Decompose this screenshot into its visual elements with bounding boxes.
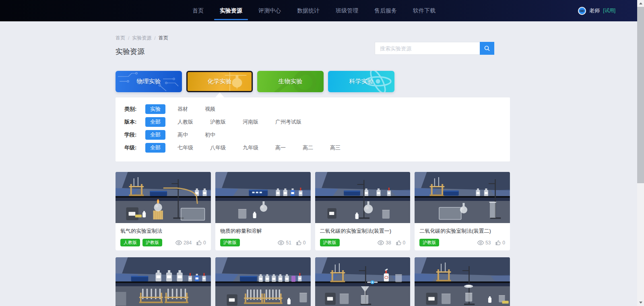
breadcrumb-item[interactable]: 实验资源: [132, 35, 151, 41]
experiment-card[interactable]: 二氧化碳的实验室制法(装置一)沪教版380: [315, 172, 411, 250]
thumbs-up-icon: [495, 240, 501, 245]
card-stats: 530: [477, 240, 505, 246]
experiment-title: 物质的称量和溶解: [220, 228, 306, 234]
filter-option[interactable]: 视频: [200, 104, 220, 114]
filter-label: 版本:: [124, 118, 145, 126]
category-tab-physics[interactable]: 物理实验: [116, 71, 182, 92]
search-icon: [484, 45, 490, 52]
filter-panel: 类别:实验器材视频版本:全部人教版沪教版河南版广州考试版学段:全部高中初中年级:…: [116, 97, 510, 161]
experiment-card-partial[interactable]: [215, 257, 311, 306]
filter-option[interactable]: 高三: [325, 143, 345, 153]
page-content: 首页/实验资源/首页 实验资源 物理实验化学实验生物实验科学实验 类别:实验器材…: [116, 21, 510, 306]
like-count-value: 0: [203, 240, 206, 246]
filter-option[interactable]: 实验: [145, 104, 165, 114]
filter-label: 年级:: [124, 144, 145, 151]
breadcrumb-item[interactable]: 首页: [116, 35, 125, 41]
filter-option[interactable]: 高中: [173, 130, 193, 140]
scrollbar-thumb[interactable]: [637, 7, 644, 183]
filter-option[interactable]: 七年级: [173, 143, 198, 153]
user-name: 老师: [589, 7, 600, 14]
breadcrumb-item[interactable]: 首页: [159, 35, 168, 41]
card-body: 二氧化碳的实验室制法(装置二)沪教版530: [415, 223, 510, 250]
scrollbar-down-button[interactable]: [637, 299, 644, 306]
nav-item-data-statistics[interactable]: 数据统计: [291, 0, 326, 21]
breadcrumb-separator: /: [154, 35, 155, 41]
filter-label: 学段:: [124, 131, 145, 139]
experiment-card[interactable]: 物质的称量和溶解沪教版510: [215, 172, 311, 250]
experiment-title: 二氧化碳的实验室制法(装置二): [419, 228, 505, 234]
category-tab-biology[interactable]: 生物实验: [257, 71, 324, 92]
card-footer: 沪教版530: [419, 239, 505, 246]
category-tab-chemistry[interactable]: 化学实验: [186, 71, 253, 92]
experiment-thumbnail: [415, 172, 510, 223]
search-button[interactable]: [480, 42, 494, 55]
like-count: 0: [495, 240, 505, 246]
experiment-card-partial[interactable]: [116, 257, 211, 306]
filter-option[interactable]: 全部: [145, 117, 165, 127]
filter-option[interactable]: 沪教版: [205, 117, 231, 127]
nav-item-evaluation-center[interactable]: 评测中心: [252, 0, 287, 21]
filter-option[interactable]: 九年级: [238, 143, 263, 153]
tag-list: 沪教版: [419, 239, 439, 246]
nav-item-label: 班级管理: [336, 7, 358, 14]
version-tag: 人教版: [120, 239, 140, 246]
experiment-card[interactable]: 氧气的实验室制法人教版沪教版2840: [116, 172, 211, 250]
eye-icon: [378, 240, 384, 245]
filter-option[interactable]: 人教版: [173, 117, 198, 127]
thumbs-up-icon: [196, 240, 202, 245]
category-tab-label: 化学实验: [208, 78, 232, 85]
eye-icon: [175, 240, 182, 245]
tag-list: 沪教版: [320, 239, 340, 246]
scrollbar-up-button[interactable]: [637, 0, 644, 7]
user-avatar-icon: [578, 7, 586, 15]
like-count-value: 0: [403, 240, 406, 246]
like-count-value: 0: [502, 240, 505, 246]
nav-item-label: 数据统计: [297, 7, 320, 14]
filter-option[interactable]: 河南版: [238, 117, 263, 127]
filter-option[interactable]: 器材: [173, 104, 193, 114]
filter-option[interactable]: 高二: [298, 143, 318, 153]
filter-option[interactable]: 高一: [270, 143, 291, 153]
filter-option[interactable]: 全部: [145, 130, 165, 140]
nav-item-label: 首页: [192, 7, 204, 14]
filter-row-category: 类别:实验器材视频: [124, 104, 501, 114]
breadcrumb-separator: /: [128, 35, 129, 41]
filter-option[interactable]: 初中: [200, 130, 220, 140]
filter-option[interactable]: 八年级: [205, 143, 231, 153]
view-count: 284: [175, 240, 192, 246]
experiment-thumbnail: [415, 257, 510, 306]
card-footer: 沪教版510: [220, 239, 306, 246]
page-scrollbar[interactable]: [637, 0, 644, 306]
card-stats: 380: [378, 240, 405, 246]
main-nav: 首页实验资源评测中心数据统计班级管理售后服务软件下载: [186, 0, 442, 21]
nav-item-after-sales[interactable]: 售后服务: [368, 0, 403, 21]
nav-item-label: 评测中心: [258, 7, 281, 14]
eye-icon: [477, 240, 484, 245]
category-tab-science[interactable]: 科学实验: [328, 71, 394, 92]
nav-item-class-management[interactable]: 班级管理: [329, 0, 365, 21]
card-body: 氧气的实验室制法人教版沪教版2840: [116, 223, 211, 250]
card-stats: 510: [278, 240, 305, 246]
eye-icon: [278, 240, 284, 245]
view-count-value: 38: [386, 240, 391, 246]
like-count: 0: [396, 240, 406, 246]
nav-item-software-download[interactable]: 软件下载: [407, 0, 442, 21]
filter-option[interactable]: 全部: [145, 143, 165, 153]
experiment-thumbnail: [215, 257, 311, 306]
view-count-value: 51: [286, 240, 291, 246]
filter-row-version: 版本:全部人教版沪教版河南版广州考试版: [124, 117, 501, 127]
view-count: 38: [378, 240, 391, 246]
experiment-card-partial[interactable]: [415, 257, 510, 306]
experiment-card[interactable]: 二氧化碳的实验室制法(装置二)沪教版530: [415, 172, 510, 250]
experiment-thumbnail: [315, 172, 411, 223]
filter-option[interactable]: 广州考试版: [270, 117, 306, 127]
nav-item-experiment-resources[interactable]: 实验资源: [213, 0, 249, 21]
version-tag: 沪教版: [220, 239, 240, 246]
nav-item-label: 售后服务: [374, 7, 397, 14]
experiment-card-partial[interactable]: [315, 257, 411, 306]
search-input[interactable]: [375, 42, 480, 55]
view-count-value: 53: [485, 240, 491, 246]
nav-item-home[interactable]: 首页: [186, 0, 210, 21]
user-area[interactable]: 老师 [试用]: [578, 0, 615, 21]
tag-list: 沪教版: [220, 239, 240, 246]
